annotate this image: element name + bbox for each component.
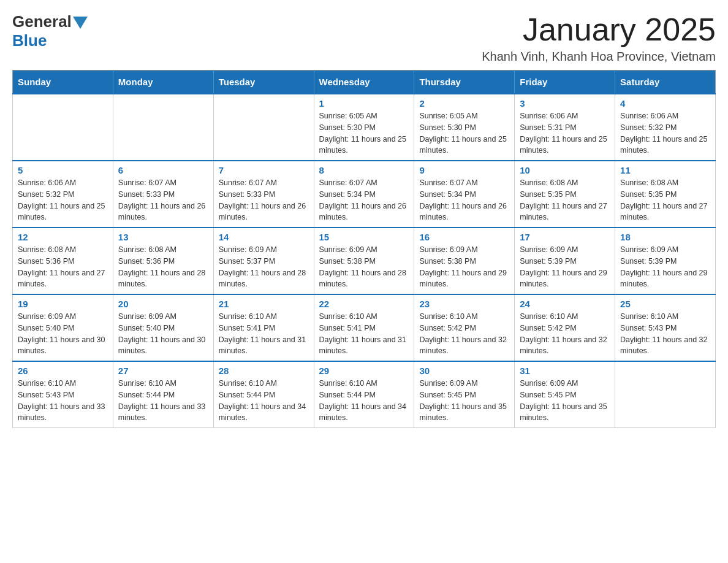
calendar-cell: 11Sunrise: 6:08 AM Sunset: 5:35 PM Dayli… [615,161,716,228]
day-number: 15 [319,232,409,242]
calendar-week-row: 26Sunrise: 6:10 AM Sunset: 5:43 PM Dayli… [13,361,716,428]
calendar-cell: 10Sunrise: 6:08 AM Sunset: 5:35 PM Dayli… [515,161,615,228]
day-info: Sunrise: 6:10 AM Sunset: 5:44 PM Dayligh… [219,378,309,424]
day-info: Sunrise: 6:10 AM Sunset: 5:43 PM Dayligh… [18,378,108,424]
day-info: Sunrise: 6:09 AM Sunset: 5:38 PM Dayligh… [319,244,409,290]
day-number: 3 [520,98,610,109]
day-info: Sunrise: 6:10 AM Sunset: 5:44 PM Dayligh… [118,378,208,424]
calendar-cell: 18Sunrise: 6:09 AM Sunset: 5:39 PM Dayli… [615,228,716,294]
calendar-cell: 23Sunrise: 6:10 AM Sunset: 5:42 PM Dayli… [414,294,515,361]
calendar-header: SundayMondayTuesdayWednesdayThursdayFrid… [13,71,716,94]
calendar-cell: 9Sunrise: 6:07 AM Sunset: 5:34 PM Daylig… [414,161,515,228]
day-info: Sunrise: 6:10 AM Sunset: 5:42 PM Dayligh… [419,311,509,357]
calendar-week-row: 1Sunrise: 6:05 AM Sunset: 5:30 PM Daylig… [13,94,716,161]
day-number: 22 [319,299,409,309]
day-info: Sunrise: 6:10 AM Sunset: 5:41 PM Dayligh… [219,311,309,357]
day-info: Sunrise: 6:10 AM Sunset: 5:42 PM Dayligh… [520,311,610,357]
day-info: Sunrise: 6:09 AM Sunset: 5:39 PM Dayligh… [520,244,610,290]
calendar-cell: 20Sunrise: 6:09 AM Sunset: 5:40 PM Dayli… [113,294,213,361]
calendar-cell: 17Sunrise: 6:09 AM Sunset: 5:39 PM Dayli… [515,228,615,294]
day-number: 7 [219,165,309,175]
day-info: Sunrise: 6:09 AM Sunset: 5:45 PM Dayligh… [520,378,610,424]
day-number: 5 [18,165,108,175]
calendar-table: SundayMondayTuesdayWednesdayThursdayFrid… [12,70,716,428]
day-info: Sunrise: 6:08 AM Sunset: 5:36 PM Dayligh… [18,244,108,290]
day-of-week-header: Saturday [615,71,716,94]
calendar-cell: 5Sunrise: 6:06 AM Sunset: 5:32 PM Daylig… [13,161,113,228]
calendar-cell: 21Sunrise: 6:10 AM Sunset: 5:41 PM Dayli… [213,294,314,361]
calendar-cell: 22Sunrise: 6:10 AM Sunset: 5:41 PM Dayli… [314,294,414,361]
day-number: 31 [520,366,610,376]
day-info: Sunrise: 6:08 AM Sunset: 5:36 PM Dayligh… [118,244,208,290]
day-number: 30 [419,366,509,376]
day-info: Sunrise: 6:09 AM Sunset: 5:40 PM Dayligh… [18,311,108,357]
calendar-cell: 7Sunrise: 6:07 AM Sunset: 5:33 PM Daylig… [213,161,314,228]
day-number: 21 [219,299,309,309]
day-number: 18 [620,232,710,242]
calendar-cell: 31Sunrise: 6:09 AM Sunset: 5:45 PM Dayli… [515,361,615,428]
day-number: 13 [118,232,208,242]
day-info: Sunrise: 6:10 AM Sunset: 5:41 PM Dayligh… [319,311,409,357]
day-of-week-header: Tuesday [213,71,314,94]
day-number: 29 [319,366,409,376]
day-info: Sunrise: 6:08 AM Sunset: 5:35 PM Dayligh… [620,177,710,223]
day-info: Sunrise: 6:06 AM Sunset: 5:31 PM Dayligh… [520,110,610,156]
title-area: January 2025 Khanh Vinh, Khanh Hoa Provi… [482,12,716,64]
calendar-body: 1Sunrise: 6:05 AM Sunset: 5:30 PM Daylig… [13,94,716,428]
month-title: January 2025 [482,12,716,47]
calendar-cell: 29Sunrise: 6:10 AM Sunset: 5:44 PM Dayli… [314,361,414,428]
calendar-cell: 30Sunrise: 6:09 AM Sunset: 5:45 PM Dayli… [414,361,515,428]
calendar-cell: 28Sunrise: 6:10 AM Sunset: 5:44 PM Dayli… [213,361,314,428]
logo-triangle-icon [73,17,88,29]
day-number: 11 [620,165,710,175]
day-info: Sunrise: 6:09 AM Sunset: 5:39 PM Dayligh… [620,244,710,290]
logo-blue-container [72,17,88,27]
day-number: 17 [520,232,610,242]
day-info: Sunrise: 6:06 AM Sunset: 5:32 PM Dayligh… [18,177,108,223]
calendar-cell [213,94,314,161]
calendar-week-row: 19Sunrise: 6:09 AM Sunset: 5:40 PM Dayli… [13,294,716,361]
day-info: Sunrise: 6:07 AM Sunset: 5:34 PM Dayligh… [319,177,409,223]
day-info: Sunrise: 6:07 AM Sunset: 5:33 PM Dayligh… [118,177,208,223]
day-number: 9 [419,165,509,175]
calendar-cell: 14Sunrise: 6:09 AM Sunset: 5:37 PM Dayli… [213,228,314,294]
day-number: 4 [620,98,710,109]
day-number: 24 [520,299,610,309]
days-of-week-row: SundayMondayTuesdayWednesdayThursdayFrid… [13,71,716,94]
day-info: Sunrise: 6:05 AM Sunset: 5:30 PM Dayligh… [419,110,509,156]
day-number: 2 [419,98,509,109]
calendar-week-row: 5Sunrise: 6:06 AM Sunset: 5:32 PM Daylig… [13,161,716,228]
day-number: 14 [219,232,309,242]
day-info: Sunrise: 6:10 AM Sunset: 5:44 PM Dayligh… [319,378,409,424]
day-number: 28 [219,366,309,376]
day-of-week-header: Thursday [414,71,515,94]
day-info: Sunrise: 6:08 AM Sunset: 5:35 PM Dayligh… [520,177,610,223]
calendar-cell [13,94,113,161]
logo-blue-text: Blue [12,31,47,50]
day-number: 6 [118,165,208,175]
calendar-cell: 15Sunrise: 6:09 AM Sunset: 5:38 PM Dayli… [314,228,414,294]
calendar-cell [113,94,213,161]
calendar-cell: 13Sunrise: 6:08 AM Sunset: 5:36 PM Dayli… [113,228,213,294]
calendar-cell: 1Sunrise: 6:05 AM Sunset: 5:30 PM Daylig… [314,94,414,161]
day-number: 23 [419,299,509,309]
day-of-week-header: Monday [113,71,213,94]
day-number: 26 [18,366,108,376]
calendar-cell: 24Sunrise: 6:10 AM Sunset: 5:42 PM Dayli… [515,294,615,361]
logo: General Blue [12,12,88,50]
calendar-cell: 6Sunrise: 6:07 AM Sunset: 5:33 PM Daylig… [113,161,213,228]
day-info: Sunrise: 6:07 AM Sunset: 5:33 PM Dayligh… [219,177,309,223]
day-number: 12 [18,232,108,242]
day-number: 20 [118,299,208,309]
day-of-week-header: Wednesday [314,71,414,94]
calendar-cell: 25Sunrise: 6:10 AM Sunset: 5:43 PM Dayli… [615,294,716,361]
calendar-cell: 4Sunrise: 6:06 AM Sunset: 5:32 PM Daylig… [615,94,716,161]
calendar-cell: 26Sunrise: 6:10 AM Sunset: 5:43 PM Dayli… [13,361,113,428]
day-info: Sunrise: 6:07 AM Sunset: 5:34 PM Dayligh… [419,177,509,223]
day-number: 19 [18,299,108,309]
day-number: 25 [620,299,710,309]
day-number: 27 [118,366,208,376]
location-text: Khanh Vinh, Khanh Hoa Province, Vietnam [482,50,716,64]
calendar-cell: 3Sunrise: 6:06 AM Sunset: 5:31 PM Daylig… [515,94,615,161]
day-number: 8 [319,165,409,175]
